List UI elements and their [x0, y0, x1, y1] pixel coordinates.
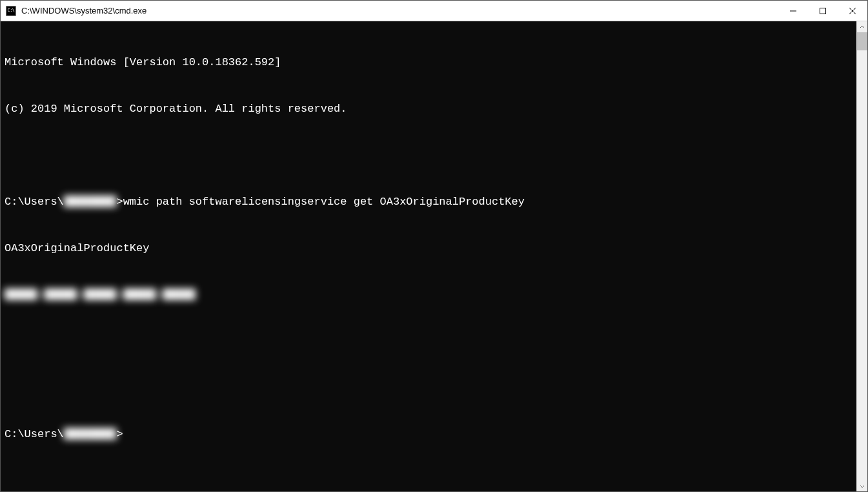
close-button[interactable] [838, 1, 867, 21]
prompt-user-blurred-2: ████████ [64, 427, 117, 442]
cmd-window: C:\ C:\WINDOWS\system32\cmd.exe [0, 0, 868, 492]
minimize-button[interactable] [778, 1, 808, 21]
prompt-line-2: C:\Users\████████> [5, 427, 853, 442]
window-title: C:\WINDOWS\system32\cmd.exe [21, 6, 146, 15]
scrollbar-thumb[interactable] [857, 32, 867, 50]
prompt-suffix-1: > [116, 194, 123, 210]
content-area: Microsoft Windows [Version 10.0.18362.59… [1, 21, 867, 491]
banner-version: Microsoft Windows [Version 10.0.18362.59… [5, 55, 853, 70]
product-key-blurred: █████-█████-█████-█████-█████ [5, 287, 196, 303]
window-controls [778, 1, 867, 21]
close-icon [849, 7, 856, 15]
blank-line-1 [5, 148, 853, 163]
scrollbar-down-button[interactable] [857, 480, 867, 491]
cmd-icon: C:\ [6, 6, 16, 16]
scrollbar-up-button[interactable] [857, 21, 867, 32]
chevron-up-icon [860, 25, 865, 30]
prompt-prefix-2: C:\Users\ [5, 427, 64, 442]
titlebar[interactable]: C:\ C:\WINDOWS\system32\cmd.exe [1, 1, 867, 21]
output-key-line: █████-█████-█████-█████-█████ [5, 287, 853, 303]
minimize-icon [789, 7, 797, 15]
cmd-icon-text: C:\ [7, 8, 14, 13]
prompt-user-blurred-1: ████████ [64, 194, 117, 210]
command-text: wmic path softwarelicensingservice get O… [123, 194, 525, 210]
blank-line-2 [5, 334, 853, 349]
prompt-line-1: C:\Users\████████>wmic path softwarelice… [5, 194, 853, 210]
blank-line-3 [5, 380, 853, 396]
scrollbar-track[interactable] [857, 32, 867, 480]
maximize-icon [819, 7, 827, 15]
maximize-button[interactable] [808, 1, 838, 21]
prompt-suffix-2: > [116, 427, 123, 442]
output-header: OA3xOriginalProductKey [5, 241, 853, 256]
banner-copyright: (c) 2019 Microsoft Corporation. All righ… [5, 101, 853, 117]
vertical-scrollbar[interactable] [856, 21, 867, 491]
chevron-down-icon [860, 484, 865, 489]
prompt-prefix-1: C:\Users\ [5, 194, 64, 210]
svg-rect-1 [820, 8, 826, 14]
terminal-output[interactable]: Microsoft Windows [Version 10.0.18362.59… [1, 21, 856, 491]
